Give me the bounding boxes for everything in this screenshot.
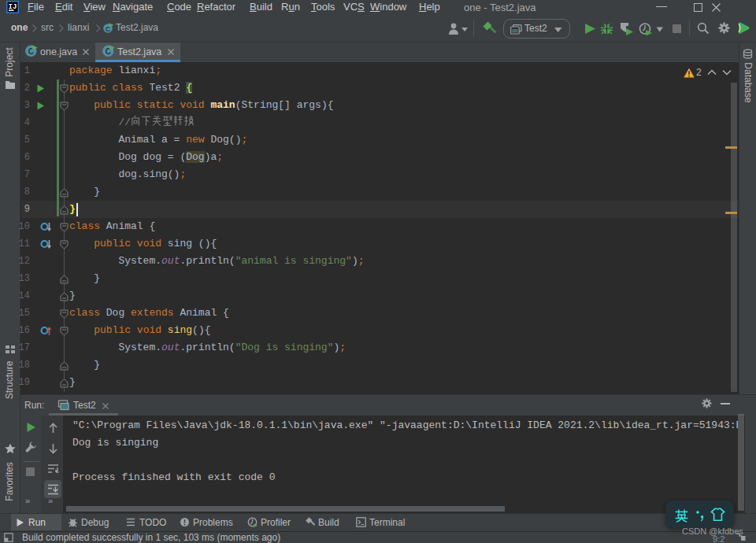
svg-text:IJ: IJ	[9, 2, 17, 10]
